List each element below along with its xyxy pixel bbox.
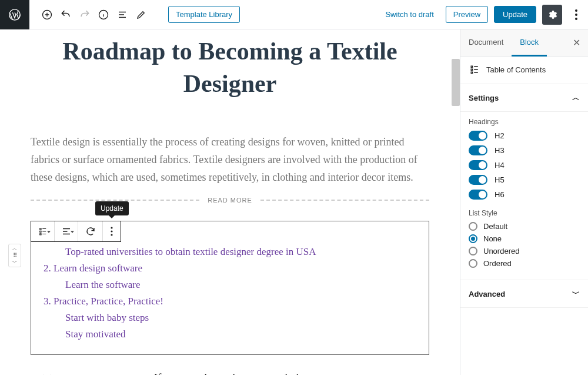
edit-mode-button[interactable] (132, 5, 151, 24)
heading-toggle-row: H5 (469, 175, 580, 185)
list-style-label-text: Unordered (483, 247, 519, 255)
switch-to-draft-button[interactable]: Switch to draft (379, 6, 439, 22)
top-right-tools: Switch to draft Preview Update (379, 5, 588, 25)
toc-subitem[interactable]: Top-rated universities to obtain textile… (65, 246, 419, 258)
svg-point-8 (111, 234, 112, 236)
list-style-option[interactable]: Ordered (469, 259, 580, 268)
redo-button[interactable] (75, 5, 94, 24)
heading-toggle-row: H6 (469, 190, 580, 200)
update-tooltip: Update (95, 201, 129, 215)
outline-button[interactable] (113, 5, 132, 24)
settings-gear-button[interactable] (542, 5, 562, 25)
move-up-icon[interactable]: ︿ (12, 245, 18, 251)
list-style-option[interactable]: Default (469, 222, 580, 231)
heading-toggle-label: H6 (495, 190, 505, 199)
undo-button[interactable] (56, 5, 75, 24)
page-title[interactable]: Roadmap to Becoming a Textile Designer (31, 35, 429, 99)
heading-toggle-label: H3 (495, 146, 505, 155)
editor-scrollbar[interactable] (452, 59, 460, 106)
toc-item[interactable]: Learn design softwareLearn the software (54, 263, 419, 291)
heading-toggle[interactable] (469, 131, 487, 141)
toc-subitem[interactable]: Learn the software (65, 279, 419, 291)
advanced-panel-header[interactable]: Advanced ﹀ (460, 280, 588, 308)
template-library-button[interactable]: Template Library (168, 6, 240, 23)
preview-button[interactable]: Preview (446, 6, 488, 23)
radio-icon[interactable] (469, 247, 477, 255)
top-left-tools: Template Library (29, 5, 240, 24)
headings-label: Headings (469, 118, 580, 126)
toc-item-label[interactable]: Learn design software (54, 263, 142, 274)
editor-canvas[interactable]: ︿ ⠿ ﹀ Roadmap to Becoming a Textile Desi… (0, 29, 460, 375)
heading-toggle-row: H3 (469, 145, 580, 155)
radio-icon[interactable] (469, 222, 477, 231)
heading-toggle-row: H4 (469, 160, 580, 170)
tab-document[interactable]: Document (460, 29, 512, 57)
block-name-label: Table of Contents (486, 65, 546, 74)
block-name-row: Table of Contents (460, 57, 588, 84)
intro-paragraph[interactable]: Textile design is essentially the proces… (31, 134, 429, 186)
toc-item-label[interactable]: Practice, Practice, Practice! (54, 296, 163, 307)
heading-toggle[interactable] (469, 145, 487, 155)
more-options-button[interactable] (568, 5, 584, 25)
list-style-option[interactable]: Unordered (469, 247, 580, 255)
chevron-down-icon: ﹀ (572, 288, 580, 299)
sidebar-close-button[interactable]: ✕ (564, 37, 588, 48)
read-more-label: READ MORE (199, 197, 260, 204)
block-more-button[interactable] (103, 221, 121, 241)
svg-point-6 (111, 227, 112, 229)
toc-subitem[interactable]: Stay motivated (65, 328, 419, 340)
tab-block[interactable]: Block (512, 29, 547, 57)
heading-toggle-label: H5 (495, 175, 505, 184)
list-style-label-text: Ordered (483, 259, 512, 268)
info-button[interactable] (94, 5, 113, 24)
svg-point-4 (575, 14, 577, 16)
settings-sidebar: Document Block ✕ Table of Contents Setti… (460, 29, 588, 375)
publish-update-button[interactable]: Update (494, 6, 536, 23)
toc-icon (469, 64, 480, 75)
toc-item[interactable]: Practice, Practice, Practice!Start with … (54, 296, 419, 340)
settings-panel-header[interactable]: Settings ︿ (460, 84, 588, 112)
drag-handle-icon[interactable]: ⠿ (13, 253, 17, 258)
read-more-divider[interactable]: READ MORE (31, 197, 429, 204)
svg-point-3 (575, 9, 577, 12)
wordpress-logo[interactable] (0, 0, 29, 29)
heading-toggle[interactable] (469, 175, 487, 185)
block-toolbar (31, 221, 121, 242)
quote-text[interactable]: If you can dream it, you can do it. (52, 371, 429, 375)
list-style-label-text: Default (483, 222, 507, 231)
quote-block[interactable]: “ If you can dream it, you can do it. (31, 369, 429, 375)
top-toolbar: Template Library Switch to draft Preview… (0, 0, 588, 29)
add-block-button[interactable] (38, 5, 56, 24)
svg-point-5 (575, 18, 577, 20)
heading-toggle[interactable] (469, 190, 487, 200)
svg-point-7 (111, 231, 112, 233)
list-style-label: List Style (469, 209, 580, 217)
chevron-up-icon: ︿ (572, 92, 580, 103)
radio-icon[interactable] (469, 259, 477, 268)
list-style-label-text: None (483, 234, 502, 243)
heading-toggle-label: H4 (495, 161, 505, 170)
block-mover[interactable]: ︿ ⠿ ﹀ (8, 244, 21, 267)
refresh-update-button[interactable] (78, 221, 103, 241)
heading-toggle-row: H2 (469, 131, 580, 141)
heading-toggle[interactable] (469, 160, 487, 170)
toc-subitem[interactable]: Start with baby steps (65, 312, 419, 324)
heading-toggle-label: H2 (495, 131, 505, 140)
radio-icon[interactable] (469, 234, 477, 243)
list-style-option[interactable]: None (469, 234, 580, 243)
block-type-button[interactable] (31, 221, 55, 241)
align-button[interactable] (55, 221, 78, 241)
move-down-icon[interactable]: ﹀ (12, 260, 18, 266)
